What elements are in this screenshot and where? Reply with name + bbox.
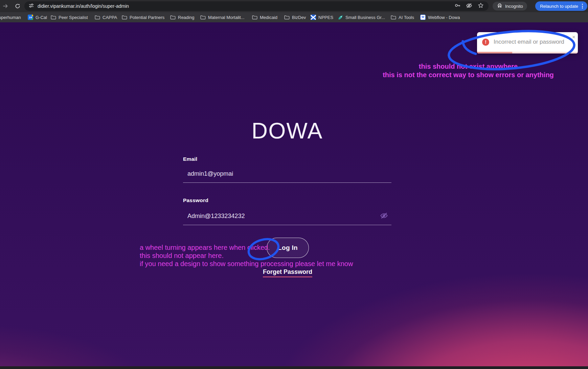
incognito-badge: Incognito (493, 2, 527, 10)
bookmark-folder-ai-tools[interactable]: AI Tools (391, 12, 414, 22)
bookmark-folder-bizdev[interactable]: BizDev (284, 12, 306, 22)
forget-password-link[interactable]: Forget Password (263, 268, 312, 277)
bookmark-small-business[interactable]: Small Business Gr... (338, 12, 385, 22)
relaunch-label: Relaunch to update (540, 4, 578, 9)
bookmark-nppes[interactable]: NPPES (311, 12, 333, 22)
folder-icon (170, 15, 176, 20)
email-label: Email (183, 156, 197, 162)
incognito-icon (497, 3, 503, 10)
folder-icon (252, 15, 257, 20)
bookmark-folder-maternal-mortality[interactable]: Maternal Mortalit... (200, 12, 245, 22)
bookmark-folder-medicaid[interactable]: Medicaid (252, 12, 277, 22)
annotation-text-bottom: a wheel turning appears here when clicke… (140, 243, 353, 268)
bookmark-star-icon[interactable] (478, 2, 484, 10)
bookmark-gcal[interactable]: 24 G-Cal (28, 12, 47, 22)
bookmark-webflow-dowa[interactable]: w Webflow - Dowa (420, 12, 460, 22)
site-settings-icon[interactable] (28, 3, 34, 10)
google-calendar-icon: 24 (28, 15, 33, 20)
folder-icon (122, 15, 127, 20)
bookmark-folder-cappa[interactable]: CAPPA (95, 12, 117, 22)
email-input[interactable] (183, 170, 391, 183)
folder-icon (284, 15, 290, 20)
folder-icon (95, 15, 100, 20)
browser-toolbar: didier.vipankumar.in/auth/login/super-ad… (0, 0, 588, 12)
webflow-icon: w (420, 15, 426, 20)
browser-menu-icon[interactable] (581, 3, 584, 9)
toast-progress-track (477, 52, 578, 53)
error-toast: ! Incorrect email or password × (477, 32, 578, 53)
dowa-logo: DOWA (252, 118, 323, 144)
url-text[interactable]: didier.vipankumar.in/auth/login/super-ad… (38, 3, 454, 9)
toast-close-icon[interactable]: × (572, 34, 575, 40)
toggle-password-visibility-button[interactable] (380, 211, 388, 220)
ink-tail-toast (463, 41, 476, 54)
bookmark-folder-reading[interactable]: Reading (170, 12, 194, 22)
error-icon: ! (482, 39, 489, 46)
login-page: ! Incorrect email or password × this sho… (0, 22, 588, 366)
password-label: Password (183, 197, 208, 203)
folder-icon (51, 15, 56, 20)
reload-icon[interactable] (14, 2, 22, 10)
toast-progress-fill (477, 52, 512, 53)
folder-icon (200, 15, 206, 20)
relaunch-to-update-button[interactable]: Relaunch to update (535, 1, 587, 11)
bookmark-folder-peer-specialist[interactable]: Peer Specialist (51, 12, 88, 22)
password-key-icon[interactable] (454, 2, 460, 10)
nppes-icon (311, 15, 316, 20)
window-bottom-edge (0, 366, 588, 369)
toast-message: Incorrect email or password (494, 39, 564, 45)
password-input[interactable] (183, 213, 391, 225)
rocket-icon (338, 15, 343, 20)
annotation-text-top: this should not exist anywhere this is n… (367, 62, 570, 79)
folder-icon (391, 15, 396, 20)
forward-icon[interactable] (1, 2, 9, 10)
bookmark-folder-potential-partners[interactable]: Potential Partners (122, 12, 164, 22)
bookmarks-bar: uperhuman 24 G-Cal Peer Specialist CAPPA… (0, 12, 588, 22)
incognito-label: Incognito (505, 4, 523, 9)
eye-off-toolbar-icon[interactable] (466, 2, 472, 10)
bookmark-superhuman[interactable]: uperhuman (0, 12, 21, 22)
browser-window: didier.vipankumar.in/auth/login/super-ad… (0, 0, 588, 369)
url-bar[interactable]: didier.vipankumar.in/auth/login/super-ad… (24, 1, 489, 11)
